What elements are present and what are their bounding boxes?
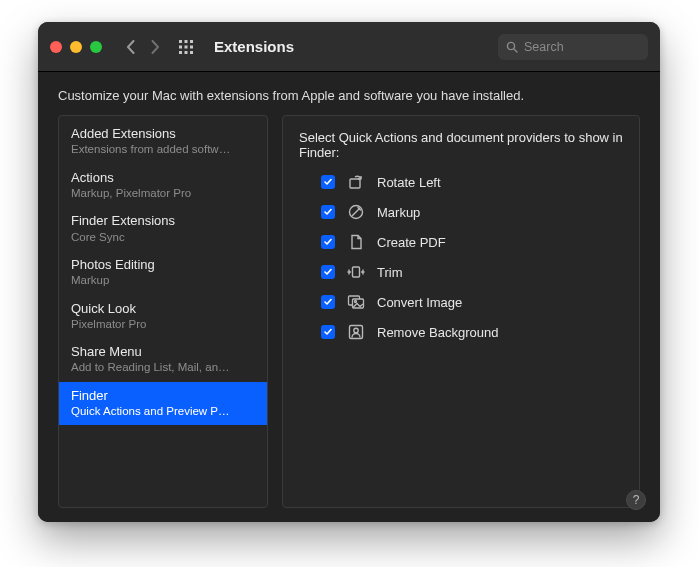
titlebar: Extensions bbox=[38, 22, 660, 72]
sidebar-item-quick-look[interactable]: Quick Look Pixelmator Pro bbox=[59, 295, 267, 339]
svg-point-18 bbox=[354, 328, 358, 332]
sidebar-item-photos-editing[interactable]: Photos Editing Markup bbox=[59, 251, 267, 295]
extension-label: Remove Background bbox=[377, 325, 498, 340]
svg-rect-6 bbox=[179, 51, 182, 54]
svg-rect-8 bbox=[190, 51, 193, 54]
sidebar-item-subtitle: Quick Actions and Preview P… bbox=[71, 404, 255, 418]
extension-label: Convert Image bbox=[377, 295, 462, 310]
markup-icon bbox=[345, 202, 367, 222]
svg-rect-2 bbox=[190, 40, 193, 43]
extension-list: Rotate Left Marku bbox=[321, 172, 623, 342]
sidebar-item-subtitle: Markup, Pixelmator Pro bbox=[71, 186, 255, 200]
svg-rect-4 bbox=[185, 45, 188, 48]
checkbox[interactable] bbox=[321, 325, 335, 339]
search-input[interactable] bbox=[524, 40, 640, 54]
show-all-button[interactable] bbox=[178, 39, 194, 55]
sidebar-item-title: Added Extensions bbox=[71, 126, 255, 142]
sidebar-item-subtitle: Pixelmator Pro bbox=[71, 317, 255, 331]
create-pdf-icon bbox=[345, 232, 367, 252]
forward-button[interactable] bbox=[150, 40, 160, 54]
sidebar-item-title: Finder bbox=[71, 388, 255, 404]
svg-rect-0 bbox=[179, 40, 182, 43]
sidebar-item-subtitle: Markup bbox=[71, 273, 255, 287]
rotate-left-icon bbox=[345, 172, 367, 192]
back-button[interactable] bbox=[126, 40, 136, 54]
checkbox[interactable] bbox=[321, 205, 335, 219]
window-title: Extensions bbox=[214, 38, 294, 55]
checkbox[interactable] bbox=[321, 295, 335, 309]
sidebar-item-title: Finder Extensions bbox=[71, 213, 255, 229]
body: Customize your Mac with extensions from … bbox=[38, 72, 660, 522]
convert-image-icon bbox=[345, 292, 367, 312]
sidebar-item-subtitle: Core Sync bbox=[71, 230, 255, 244]
nav-arrows bbox=[126, 40, 160, 54]
svg-rect-3 bbox=[179, 45, 182, 48]
extension-label: Create PDF bbox=[377, 235, 446, 250]
extension-label: Trim bbox=[377, 265, 403, 280]
search-field[interactable] bbox=[498, 34, 648, 60]
checkbox[interactable] bbox=[321, 265, 335, 279]
sidebar-item-title: Share Menu bbox=[71, 344, 255, 360]
remove-bg-icon bbox=[345, 322, 367, 342]
sidebar-item-finder[interactable]: Finder Quick Actions and Preview P… bbox=[59, 382, 267, 426]
svg-rect-1 bbox=[185, 40, 188, 43]
panels: Added Extensions Extensions from added s… bbox=[58, 115, 640, 508]
preferences-window: Extensions Customize your Mac with exten… bbox=[38, 22, 660, 522]
window-controls bbox=[50, 41, 102, 53]
extension-row-remove-background: Remove Background bbox=[321, 322, 623, 342]
extension-row-create-pdf: Create PDF bbox=[321, 232, 623, 252]
sidebar-item-subtitle: Add to Reading List, Mail, an… bbox=[71, 360, 255, 374]
zoom-window-button[interactable] bbox=[90, 41, 102, 53]
svg-rect-11 bbox=[350, 179, 360, 188]
sidebar-item-actions[interactable]: Actions Markup, Pixelmator Pro bbox=[59, 164, 267, 208]
svg-rect-7 bbox=[185, 51, 188, 54]
extension-row-convert-image: Convert Image bbox=[321, 292, 623, 312]
checkbox[interactable] bbox=[321, 235, 335, 249]
svg-rect-13 bbox=[353, 267, 360, 277]
svg-line-10 bbox=[514, 49, 517, 52]
trim-icon bbox=[345, 262, 367, 282]
page-description: Customize your Mac with extensions from … bbox=[58, 88, 640, 103]
sidebar-item-title: Actions bbox=[71, 170, 255, 186]
sidebar-item-finder-extensions[interactable]: Finder Extensions Core Sync bbox=[59, 207, 267, 251]
extension-row-markup: Markup bbox=[321, 202, 623, 222]
close-window-button[interactable] bbox=[50, 41, 62, 53]
extension-label: Markup bbox=[377, 205, 420, 220]
sidebar-item-subtitle: Extensions from added softw… bbox=[71, 142, 255, 156]
detail-heading: Select Quick Actions and document provid… bbox=[299, 130, 623, 160]
extension-row-rotate-left: Rotate Left bbox=[321, 172, 623, 192]
sidebar-item-title: Photos Editing bbox=[71, 257, 255, 273]
svg-rect-5 bbox=[190, 45, 193, 48]
search-icon bbox=[506, 41, 518, 53]
sidebar-item-share-menu[interactable]: Share Menu Add to Reading List, Mail, an… bbox=[59, 338, 267, 382]
minimize-window-button[interactable] bbox=[70, 41, 82, 53]
checkbox[interactable] bbox=[321, 175, 335, 189]
help-button[interactable]: ? bbox=[626, 490, 646, 510]
category-sidebar: Added Extensions Extensions from added s… bbox=[58, 115, 268, 508]
detail-panel: Select Quick Actions and document provid… bbox=[282, 115, 640, 508]
extension-row-trim: Trim bbox=[321, 262, 623, 282]
sidebar-item-added-extensions[interactable]: Added Extensions Extensions from added s… bbox=[59, 120, 267, 164]
sidebar-item-title: Quick Look bbox=[71, 301, 255, 317]
extension-label: Rotate Left bbox=[377, 175, 441, 190]
